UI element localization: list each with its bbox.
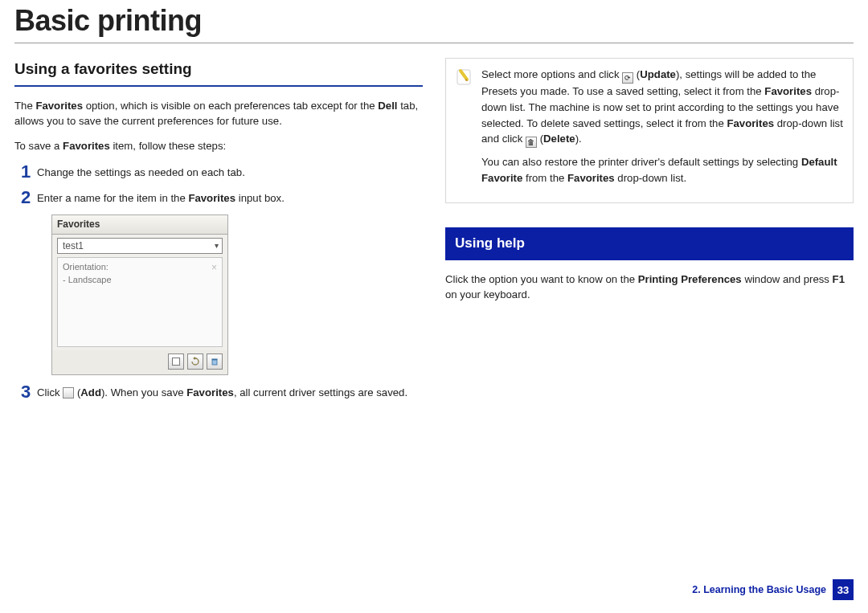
update-icon: ⟳	[622, 72, 633, 84]
note-icon	[456, 67, 473, 91]
favorites-steps-intro: To save a Favorites item, follow these s…	[14, 138, 423, 153]
text-bold: Favorites	[63, 140, 110, 152]
text: Select more options and click	[481, 68, 622, 80]
add-icon	[63, 387, 74, 398]
update-button[interactable]	[187, 353, 203, 370]
text-bold: Favorites	[188, 192, 235, 204]
step-number: 3	[14, 383, 37, 401]
text-bold: Add	[80, 386, 101, 398]
text: option, which is visible on each prefere…	[83, 100, 378, 112]
text: You can also restore the printer driver'…	[481, 156, 801, 168]
tip-text: Select more options and click ⟳ (Update)…	[481, 67, 843, 193]
detail-line: - Landscape	[63, 274, 217, 286]
text-bold: Favorites	[567, 172, 615, 184]
text-bold: Favorites	[35, 100, 83, 112]
text-bold: Favorites	[186, 386, 234, 398]
delete-button[interactable]	[207, 353, 223, 370]
text: window and press	[742, 273, 833, 285]
favorites-button-row	[52, 350, 227, 374]
page-title: Basic printing	[0, 0, 868, 43]
text-bold: Printing Preferences	[638, 273, 742, 285]
favorites-details: × Orientation: - Landscape	[57, 257, 223, 347]
text: input box.	[235, 192, 285, 204]
delete-icon: 🗑	[526, 137, 537, 148]
add-button[interactable]	[168, 353, 184, 370]
text: ). When you save	[101, 386, 186, 398]
favorites-intro: The Favorites option, which is visible o…	[14, 98, 423, 129]
chapter-label: 2. Learning the Basic Usage	[692, 584, 826, 595]
text: The	[14, 100, 35, 112]
step-number: 1	[14, 163, 37, 181]
step-1: 1 Change the settings as needed on each …	[14, 163, 423, 181]
left-column: Using a favorites setting The Favorites …	[14, 58, 423, 409]
detail-line: Orientation:	[63, 261, 217, 273]
favorites-heading: Using a favorites setting	[14, 58, 423, 87]
step-3: 3 Click (Add). When you save Favorites, …	[14, 383, 423, 401]
text: Click the option you want to know on the	[445, 273, 638, 285]
tip-box: Select more options and click ⟳ (Update)…	[445, 58, 854, 203]
text: from the	[522, 172, 567, 184]
svg-rect-2	[212, 359, 218, 361]
text: item, follow these steps:	[110, 140, 226, 152]
text-bold: Delete	[543, 133, 575, 145]
step-body: Change the settings as needed on each ta…	[37, 163, 423, 180]
text: on your keyboard.	[445, 288, 530, 300]
page-number: 33	[833, 579, 854, 600]
svg-rect-0	[173, 358, 180, 366]
text: ).	[575, 133, 582, 145]
square-icon	[171, 357, 181, 366]
refresh-icon	[190, 357, 200, 366]
text: To save a	[14, 140, 63, 152]
favorites-dropdown[interactable]: test1 ▾	[57, 238, 223, 254]
tip-p2: You can also restore the printer driver'…	[481, 154, 843, 186]
trash-icon	[210, 357, 219, 366]
text-bold: F1	[833, 273, 845, 285]
step-body: Click (Add). When you save Favorites, al…	[37, 383, 423, 400]
text: (	[537, 133, 543, 145]
favorites-panel: Favorites test1 ▾ × Orientation: - Lands…	[51, 215, 228, 375]
chevron-down-icon: ▾	[215, 240, 219, 252]
text: Click	[37, 386, 63, 398]
title-rule	[14, 43, 854, 43]
steps-list: 1 Change the settings as needed on each …	[14, 163, 423, 401]
close-icon[interactable]: ×	[211, 261, 217, 275]
favorites-panel-header: Favorites	[52, 215, 227, 235]
step-body: Enter a name for the item in the Favorit…	[37, 189, 423, 206]
text: drop-down list.	[615, 172, 686, 184]
using-help-heading: Using help	[445, 227, 854, 260]
step-number: 2	[14, 189, 37, 206]
help-paragraph: Click the option you want to know on the…	[445, 272, 854, 302]
text-bold: Favorites	[727, 117, 774, 129]
text-bold: Update	[640, 68, 676, 80]
svg-rect-1	[212, 360, 217, 365]
favorites-selected: test1	[63, 239, 84, 253]
step-2: 2 Enter a name for the item in the Favor…	[14, 189, 423, 206]
right-column: Select more options and click ⟳ (Update)…	[445, 58, 854, 409]
content-columns: Using a favorites setting The Favorites …	[0, 58, 868, 409]
tip-p1: Select more options and click ⟳ (Update)…	[481, 67, 843, 148]
text: , all current driver settings are saved.	[234, 386, 407, 398]
page-footer: 2. Learning the Basic Usage 33	[692, 579, 854, 600]
text-bold: Favorites	[764, 85, 812, 97]
text-bold: Dell	[378, 100, 397, 112]
text: Enter a name for the item in the	[37, 192, 188, 204]
